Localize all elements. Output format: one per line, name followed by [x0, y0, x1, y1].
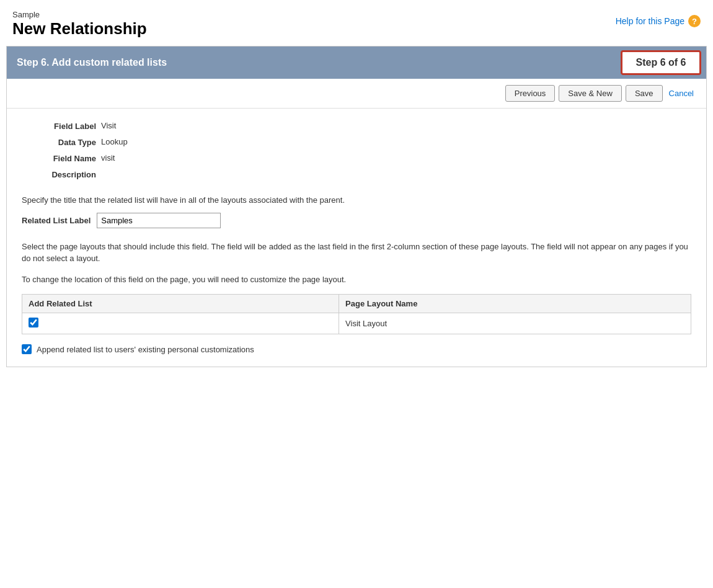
table-row: Visit Layout: [22, 313, 691, 334]
related-list-description: Specify the title that the related list …: [22, 194, 691, 207]
layout-name: Visit Layout: [345, 319, 387, 328]
help-link-text: Help for this Page: [616, 16, 684, 26]
col-add-related-list: Add Related List: [22, 295, 339, 313]
help-link[interactable]: Help for this Page ?: [616, 10, 701, 27]
page-title-block: Sample New Relationship: [12, 10, 147, 38]
col-page-layout-name: Page Layout Name: [339, 295, 691, 313]
description-key: Description: [22, 169, 96, 179]
field-label-value: Visit: [101, 121, 691, 131]
step-header: Step 6. Add custom related lists Step 6 …: [7, 47, 706, 79]
related-list-input[interactable]: [97, 213, 221, 228]
table-cell-layout-name: Visit Layout: [339, 313, 691, 334]
page-header: Sample New Relationship Help for this Pa…: [0, 0, 713, 46]
content-area: Field Label Visit Data Type Lookup Field…: [7, 109, 706, 367]
page-layout-info2: To change the location of this field on …: [22, 274, 691, 286]
field-label-key: Field Label: [22, 121, 96, 131]
cancel-link[interactable]: Cancel: [666, 86, 696, 101]
layout-table: Add Related List Page Layout Name Visit …: [22, 294, 691, 334]
field-name-value: visit: [101, 153, 691, 163]
wizard-panel: Step 6. Add custom related lists Step 6 …: [6, 46, 707, 367]
help-icon: ?: [688, 15, 701, 27]
step-title: Step 6. Add custom related lists: [7, 50, 177, 76]
field-info: Field Label Visit Data Type Lookup Field…: [22, 121, 691, 179]
description-value: [101, 169, 691, 179]
append-row: Append related list to users' existing p…: [22, 344, 691, 354]
append-checkbox[interactable]: [22, 344, 32, 354]
previous-button[interactable]: Previous: [505, 85, 556, 102]
action-bar: Previous Save & New Save Cancel: [7, 79, 706, 109]
related-list-label-row: Related List Label: [22, 213, 691, 228]
layout-checkbox[interactable]: [29, 318, 38, 327]
append-label: Append related list to users' existing p…: [37, 345, 254, 354]
save-button[interactable]: Save: [626, 85, 663, 102]
related-list-label: Related List Label: [22, 216, 91, 225]
page-subtitle: Sample: [12, 10, 147, 19]
save-new-button[interactable]: Save & New: [559, 85, 622, 102]
table-cell-checkbox: [22, 313, 339, 334]
data-type-value: Lookup: [101, 137, 691, 147]
field-name-key: Field Name: [22, 153, 96, 163]
step-counter: Step 6 of 6: [621, 50, 701, 75]
page-layout-info1: Select the page layouts that should incl…: [22, 241, 691, 265]
data-type-key: Data Type: [22, 137, 96, 147]
page-title: New Relationship: [12, 19, 147, 38]
